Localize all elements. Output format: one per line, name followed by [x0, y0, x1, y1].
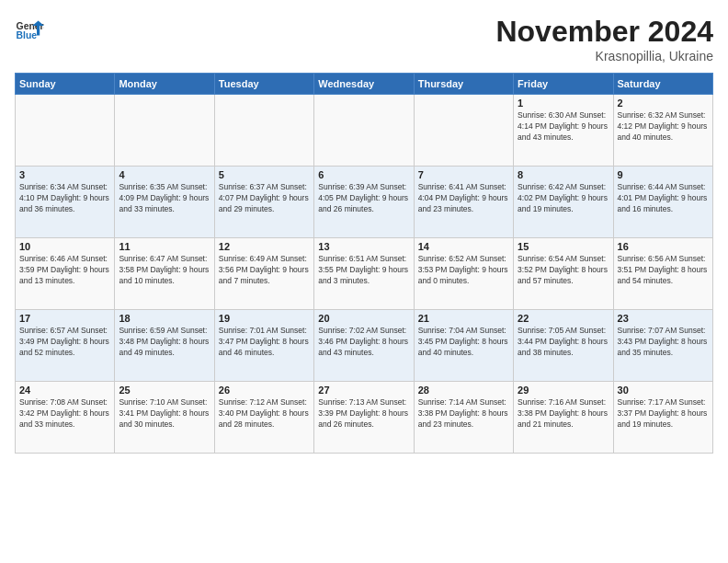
day-number: 14	[418, 241, 509, 252]
day-info: Sunrise: 6:39 AM Sunset: 4:05 PM Dayligh…	[318, 182, 409, 215]
calendar-cell: 28Sunrise: 7:14 AM Sunset: 3:38 PM Dayli…	[414, 382, 513, 454]
day-info: Sunrise: 6:34 AM Sunset: 4:10 PM Dayligh…	[19, 182, 110, 215]
weekday-header: Tuesday	[214, 74, 313, 95]
day-number: 30	[618, 385, 709, 396]
calendar-cell	[314, 95, 414, 167]
weekday-header: Friday	[514, 74, 613, 95]
logo: General Blue	[15, 15, 48, 44]
day-info: Sunrise: 6:30 AM Sunset: 4:14 PM Dayligh…	[518, 110, 609, 144]
day-number: 5	[219, 169, 310, 180]
calendar-cell: 6Sunrise: 6:39 AM Sunset: 4:05 PM Daylig…	[314, 167, 414, 238]
day-info: Sunrise: 6:47 AM Sunset: 3:58 PM Dayligh…	[119, 254, 210, 287]
calendar-week-row: 10Sunrise: 6:46 AM Sunset: 3:59 PM Dayli…	[16, 238, 713, 310]
calendar-cell	[214, 95, 313, 167]
calendar-cell: 22Sunrise: 7:05 AM Sunset: 3:44 PM Dayli…	[514, 310, 613, 382]
calendar-cell: 11Sunrise: 6:47 AM Sunset: 3:58 PM Dayli…	[115, 238, 214, 310]
day-info: Sunrise: 7:14 AM Sunset: 3:38 PM Dayligh…	[418, 397, 509, 431]
page: General Blue November 2024 Krasnopillia,…	[0, 0, 728, 563]
calendar-cell: 10Sunrise: 6:46 AM Sunset: 3:59 PM Dayli…	[16, 238, 115, 310]
weekday-header: Thursday	[414, 74, 513, 95]
calendar-cell: 24Sunrise: 7:08 AM Sunset: 3:42 PM Dayli…	[16, 382, 115, 454]
day-number: 1	[518, 98, 609, 109]
calendar-cell: 15Sunrise: 6:54 AM Sunset: 3:52 PM Dayli…	[514, 238, 613, 310]
day-info: Sunrise: 7:12 AM Sunset: 3:40 PM Dayligh…	[219, 397, 310, 431]
calendar-cell: 16Sunrise: 6:56 AM Sunset: 3:51 PM Dayli…	[613, 238, 712, 310]
day-info: Sunrise: 7:08 AM Sunset: 3:42 PM Dayligh…	[19, 397, 110, 431]
calendar-cell	[115, 95, 214, 167]
day-number: 16	[618, 241, 709, 252]
calendar-table: SundayMondayTuesdayWednesdayThursdayFrid…	[15, 73, 713, 454]
calendar-cell: 3Sunrise: 6:34 AM Sunset: 4:10 PM Daylig…	[16, 167, 115, 238]
subtitle: Krasnopillia, Ukraine	[495, 49, 713, 63]
day-number: 18	[119, 313, 210, 324]
title-block: November 2024 Krasnopillia, Ukraine	[495, 15, 713, 63]
calendar-cell	[414, 95, 513, 167]
calendar-cell: 4Sunrise: 6:35 AM Sunset: 4:09 PM Daylig…	[115, 167, 214, 238]
day-number: 22	[518, 313, 609, 324]
day-info: Sunrise: 7:07 AM Sunset: 3:43 PM Dayligh…	[618, 326, 709, 359]
svg-text:Blue: Blue	[17, 30, 38, 40]
day-info: Sunrise: 7:04 AM Sunset: 3:45 PM Dayligh…	[418, 326, 509, 359]
day-info: Sunrise: 6:44 AM Sunset: 4:01 PM Dayligh…	[618, 182, 709, 215]
calendar-cell: 21Sunrise: 7:04 AM Sunset: 3:45 PM Dayli…	[414, 310, 513, 382]
day-number: 15	[518, 241, 609, 252]
calendar-cell: 2Sunrise: 6:32 AM Sunset: 4:12 PM Daylig…	[613, 95, 712, 167]
day-info: Sunrise: 6:49 AM Sunset: 3:56 PM Dayligh…	[219, 254, 310, 287]
header-row: SundayMondayTuesdayWednesdayThursdayFrid…	[16, 74, 713, 95]
calendar-cell: 19Sunrise: 7:01 AM Sunset: 3:47 PM Dayli…	[214, 310, 313, 382]
calendar-cell: 30Sunrise: 7:17 AM Sunset: 3:37 PM Dayli…	[613, 382, 712, 454]
calendar-cell: 14Sunrise: 6:52 AM Sunset: 3:53 PM Dayli…	[414, 238, 513, 310]
calendar-cell: 13Sunrise: 6:51 AM Sunset: 3:55 PM Dayli…	[314, 238, 414, 310]
day-number: 9	[618, 169, 709, 180]
calendar-cell: 18Sunrise: 6:59 AM Sunset: 3:48 PM Dayli…	[115, 310, 214, 382]
calendar-cell: 12Sunrise: 6:49 AM Sunset: 3:56 PM Dayli…	[214, 238, 313, 310]
day-number: 25	[119, 385, 210, 396]
day-info: Sunrise: 6:57 AM Sunset: 3:49 PM Dayligh…	[19, 326, 110, 359]
day-number: 6	[318, 169, 409, 180]
day-info: Sunrise: 6:52 AM Sunset: 3:53 PM Dayligh…	[418, 254, 509, 287]
day-info: Sunrise: 6:59 AM Sunset: 3:48 PM Dayligh…	[119, 326, 210, 359]
day-info: Sunrise: 6:35 AM Sunset: 4:09 PM Dayligh…	[119, 182, 210, 215]
day-info: Sunrise: 7:17 AM Sunset: 3:37 PM Dayligh…	[618, 397, 709, 431]
header: General Blue November 2024 Krasnopillia,…	[15, 15, 713, 63]
calendar-cell: 26Sunrise: 7:12 AM Sunset: 3:40 PM Dayli…	[214, 382, 313, 454]
day-info: Sunrise: 6:37 AM Sunset: 4:07 PM Dayligh…	[219, 182, 310, 215]
month-title: November 2024	[495, 15, 713, 49]
day-info: Sunrise: 7:13 AM Sunset: 3:39 PM Dayligh…	[318, 397, 409, 431]
day-number: 7	[418, 169, 509, 180]
day-number: 12	[219, 241, 310, 252]
calendar-cell: 9Sunrise: 6:44 AM Sunset: 4:01 PM Daylig…	[613, 167, 712, 238]
logo-icon: General Blue	[15, 15, 44, 44]
calendar-cell: 23Sunrise: 7:07 AM Sunset: 3:43 PM Dayli…	[613, 310, 712, 382]
day-info: Sunrise: 7:02 AM Sunset: 3:46 PM Dayligh…	[318, 326, 409, 359]
day-number: 24	[19, 385, 110, 396]
calendar-cell: 27Sunrise: 7:13 AM Sunset: 3:39 PM Dayli…	[314, 382, 414, 454]
calendar-cell: 1Sunrise: 6:30 AM Sunset: 4:14 PM Daylig…	[514, 95, 613, 167]
day-info: Sunrise: 6:51 AM Sunset: 3:55 PM Dayligh…	[318, 254, 409, 287]
day-number: 29	[518, 385, 609, 396]
day-number: 19	[219, 313, 310, 324]
day-number: 21	[418, 313, 509, 324]
calendar-cell	[16, 95, 115, 167]
calendar-week-row: 1Sunrise: 6:30 AM Sunset: 4:14 PM Daylig…	[16, 95, 713, 167]
day-number: 3	[19, 169, 110, 180]
day-info: Sunrise: 7:10 AM Sunset: 3:41 PM Dayligh…	[119, 397, 210, 431]
day-number: 17	[19, 313, 110, 324]
day-info: Sunrise: 6:46 AM Sunset: 3:59 PM Dayligh…	[19, 254, 110, 287]
weekday-header: Sunday	[16, 74, 115, 95]
day-number: 10	[19, 241, 110, 252]
calendar-week-row: 24Sunrise: 7:08 AM Sunset: 3:42 PM Dayli…	[16, 382, 713, 454]
day-number: 27	[318, 385, 409, 396]
day-info: Sunrise: 6:56 AM Sunset: 3:51 PM Dayligh…	[618, 254, 709, 287]
day-info: Sunrise: 7:01 AM Sunset: 3:47 PM Dayligh…	[219, 326, 310, 359]
day-number: 23	[618, 313, 709, 324]
day-number: 26	[219, 385, 310, 396]
calendar-cell: 7Sunrise: 6:41 AM Sunset: 4:04 PM Daylig…	[414, 167, 513, 238]
day-info: Sunrise: 6:54 AM Sunset: 3:52 PM Dayligh…	[518, 254, 609, 287]
calendar-cell: 5Sunrise: 6:37 AM Sunset: 4:07 PM Daylig…	[214, 167, 313, 238]
day-number: 2	[618, 98, 709, 109]
calendar-cell: 17Sunrise: 6:57 AM Sunset: 3:49 PM Dayli…	[16, 310, 115, 382]
day-info: Sunrise: 6:42 AM Sunset: 4:02 PM Dayligh…	[518, 182, 609, 215]
day-number: 20	[318, 313, 409, 324]
calendar-week-row: 17Sunrise: 6:57 AM Sunset: 3:49 PM Dayli…	[16, 310, 713, 382]
